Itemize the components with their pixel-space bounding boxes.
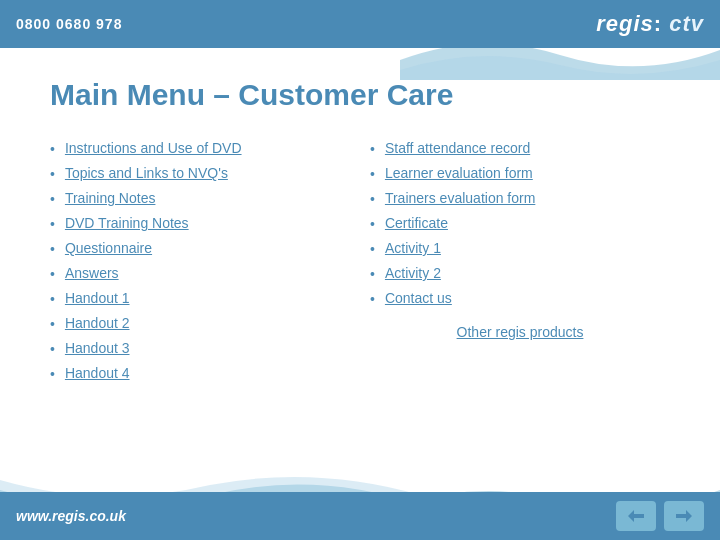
activity1-link[interactable]: Activity 1 xyxy=(385,240,441,256)
list-item: Handout 4 xyxy=(50,365,350,382)
columns-container: Instructions and Use of DVD Topics and L… xyxy=(50,140,670,390)
list-item: Activity 2 xyxy=(370,265,670,282)
left-menu-list: Instructions and Use of DVD Topics and L… xyxy=(50,140,350,382)
list-item: Trainers evaluation form xyxy=(370,190,670,207)
back-button[interactable] xyxy=(616,501,656,531)
list-item: Answers xyxy=(50,265,350,282)
dvd-training-notes-link[interactable]: DVD Training Notes xyxy=(65,215,189,231)
instructions-link[interactable]: Instructions and Use of DVD xyxy=(65,140,242,156)
logo: regis: ctv xyxy=(596,11,704,37)
trainers-evaluation-link[interactable]: Trainers evaluation form xyxy=(385,190,535,206)
list-item: Certificate xyxy=(370,215,670,232)
list-item: Topics and Links to NVQ's xyxy=(50,165,350,182)
topics-link[interactable]: Topics and Links to NVQ's xyxy=(65,165,228,181)
list-item: Learner evaluation form xyxy=(370,165,670,182)
questionnaire-link[interactable]: Questionnaire xyxy=(65,240,152,256)
back-arrow-icon xyxy=(626,508,646,524)
handout4-link[interactable]: Handout 4 xyxy=(65,365,130,381)
svg-marker-1 xyxy=(676,510,692,522)
right-menu-list: Staff attendance record Learner evaluati… xyxy=(370,140,670,307)
training-notes-link[interactable]: Training Notes xyxy=(65,190,156,206)
list-item: Training Notes xyxy=(50,190,350,207)
list-item: Handout 3 xyxy=(50,340,350,357)
activity2-link[interactable]: Activity 2 xyxy=(385,265,441,281)
list-item: Contact us xyxy=(370,290,670,307)
handout3-link[interactable]: Handout 3 xyxy=(65,340,130,356)
logo-area: regis: ctv xyxy=(596,11,704,37)
forward-arrow-icon xyxy=(674,508,694,524)
page-title: Main Menu – Customer Care xyxy=(50,78,670,112)
list-item: Activity 1 xyxy=(370,240,670,257)
website-url: www.regis.co.uk xyxy=(16,508,126,524)
list-item: Instructions and Use of DVD xyxy=(50,140,350,157)
other-products-link[interactable]: Other regis products xyxy=(457,324,584,340)
list-item: Handout 1 xyxy=(50,290,350,307)
contact-us-link[interactable]: Contact us xyxy=(385,290,452,306)
forward-button[interactable] xyxy=(664,501,704,531)
other-products-section: Other regis products xyxy=(370,323,670,341)
list-item: Questionnaire xyxy=(50,240,350,257)
nav-arrows xyxy=(616,501,704,531)
main-content: Main Menu – Customer Care Instructions a… xyxy=(0,48,720,492)
answers-link[interactable]: Answers xyxy=(65,265,119,281)
staff-attendance-link[interactable]: Staff attendance record xyxy=(385,140,530,156)
list-item: Handout 2 xyxy=(50,315,350,332)
learner-evaluation-link[interactable]: Learner evaluation form xyxy=(385,165,533,181)
handout2-link[interactable]: Handout 2 xyxy=(65,315,130,331)
handout1-link[interactable]: Handout 1 xyxy=(65,290,130,306)
top-bar: 0800 0680 978 regis: ctv xyxy=(0,0,720,48)
certificate-link[interactable]: Certificate xyxy=(385,215,448,231)
phone-number: 0800 0680 978 xyxy=(16,16,122,32)
bottom-bar: www.regis.co.uk xyxy=(0,492,720,540)
list-item: DVD Training Notes xyxy=(50,215,350,232)
list-item: Staff attendance record xyxy=(370,140,670,157)
right-column: Staff attendance record Learner evaluati… xyxy=(370,140,670,390)
svg-marker-0 xyxy=(628,510,644,522)
left-column: Instructions and Use of DVD Topics and L… xyxy=(50,140,350,390)
